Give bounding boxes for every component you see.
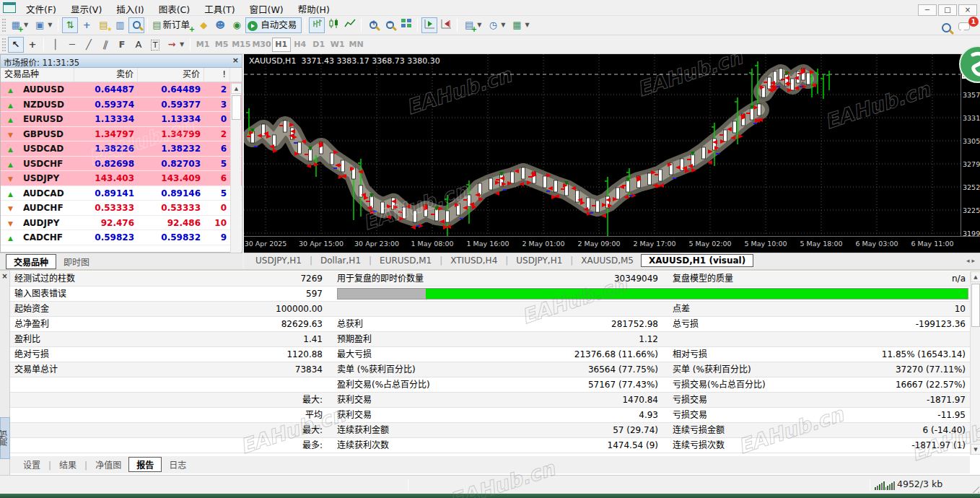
chart-bars-button[interactable] [309, 17, 325, 33]
autoscroll-button[interactable] [421, 17, 437, 33]
tester-tab-4[interactable]: 报告 [128, 457, 162, 472]
horizontal-line-button[interactable]: ─ [64, 37, 80, 53]
autotrade-button[interactable]: 自动交易 [245, 17, 302, 33]
indicators-button[interactable]: ▤+ [461, 17, 477, 33]
toolbar-grip[interactable] [2, 19, 6, 32]
notification-icon[interactable]: 1 [958, 19, 977, 32]
dropdown-arrow-icon[interactable]: ▼ [501, 17, 505, 33]
profiles-button[interactable]: ▣ [32, 17, 48, 33]
periods-button[interactable]: ◷ [485, 17, 501, 33]
tab-scroll-arrows[interactable]: ◂▸ [966, 257, 977, 264]
chart-tab-5[interactable]: USDJPY,H1 [509, 254, 569, 267]
chart-window[interactable]: XAUUSD,H1 3371.43 3383.17 3368.73 3380.3… [244, 54, 980, 253]
tester-tab-3[interactable]: 净值图 [88, 457, 128, 472]
cursor-button[interactable]: ↖ [8, 37, 24, 53]
timeframe-w1[interactable]: W1 [328, 38, 347, 52]
fibonacci-button[interactable]: F [114, 37, 130, 53]
chart-tab-2[interactable]: Dollar,H1 [313, 254, 368, 267]
zoom-in-button[interactable]: + [365, 17, 381, 33]
mw-row-gbpusd[interactable]: ▼GBPUSD1.347971.347992 [1, 127, 242, 142]
timeframe-m5[interactable]: M5 [212, 38, 231, 52]
mw-row-usdcad[interactable]: ▲USDCAD1.382261.382326 [1, 141, 242, 157]
search-icon[interactable] [942, 20, 951, 35]
mw-row-cadchf[interactable]: ▲CADCHF0.598230.598329 [1, 230, 242, 245]
market-watch-toggle-button[interactable]: ⇅ [62, 17, 78, 33]
community-button[interactable]: ☻ [212, 17, 228, 33]
mw-row-eurusd[interactable]: ▲EURUSD1.133341.133340 [1, 112, 242, 127]
mw-col-0[interactable]: 交易品种 [1, 68, 74, 82]
equidistant-channel-button[interactable]: ∥ [97, 37, 113, 53]
mw-row-audchf[interactable]: ▼AUDCHF0.533330.533330 [1, 201, 242, 216]
tile-windows-button[interactable] [398, 17, 414, 33]
restore-button[interactable]: □ [938, 4, 957, 16]
vertical-line-button[interactable]: │ [48, 37, 64, 53]
chart-line-button[interactable] [342, 17, 358, 33]
dropdown-arrow-icon[interactable]: ▼ [48, 17, 52, 33]
tester-scrollbar[interactable]: ▲ ▼ [970, 271, 980, 455]
timeframe-mn[interactable]: MN [347, 38, 366, 52]
timeframe-h4[interactable]: H4 [291, 38, 310, 52]
dropdown-arrow-icon[interactable]: ▼ [24, 17, 28, 33]
tester-tab-2[interactable]: 结果 [52, 457, 84, 472]
zoom-out-button[interactable]: − [382, 17, 398, 33]
toolbar-grip[interactable] [2, 38, 6, 51]
mw-row-usdjpy[interactable]: ▼USDJPY143.403143.4096 [1, 171, 242, 186]
mw-symbol: ▼GBPUSD [1, 127, 74, 142]
tester-tab-5[interactable]: 日志 [162, 457, 193, 472]
chart-tab-3[interactable]: EURUSD,M1 [372, 254, 439, 267]
trendline-button[interactable]: ╱ [81, 37, 97, 53]
timeframe-h1[interactable]: H1 [272, 38, 291, 52]
text-label-button[interactable]: T [147, 37, 163, 53]
metaeditor-button[interactable]: ◆ [196, 17, 211, 33]
mw-row-nzdusd[interactable]: ▲NZDUSD0.593740.593773 [1, 97, 242, 113]
chart-tab-4[interactable]: XTIUSD,H4 [443, 254, 504, 267]
dropdown-arrow-icon[interactable]: ▼ [180, 37, 184, 53]
tester-button[interactable] [128, 17, 144, 33]
chart-candles-button[interactable] [325, 17, 341, 33]
chart-tab-7[interactable]: XAUUSD,H1 (visual) [641, 254, 753, 267]
mw-row-usdchf[interactable]: ▲USDCHF0.826980.827035 [1, 157, 242, 172]
mw-tab-2[interactable]: 即时图 [56, 254, 97, 269]
dropdown-arrow-icon[interactable]: ▼ [477, 17, 481, 33]
timeframe-m15[interactable]: M15 [231, 38, 251, 52]
navigator-button[interactable]: ▤★ [95, 17, 111, 33]
chart-shift-button[interactable] [438, 17, 454, 33]
chart-tab-1[interactable]: USDJPY,H1 [248, 254, 309, 267]
close-icon[interactable]: × [232, 56, 239, 65]
text-button[interactable]: A [131, 37, 146, 53]
mw-row-audjpy[interactable]: ▼AUDJPY92.47692.48610 [1, 216, 242, 231]
data-window-button[interactable]: + [79, 17, 95, 33]
mw-tab-1[interactable]: 交易品种 [6, 254, 56, 269]
minimize-button[interactable]: − [918, 4, 937, 16]
scroll-up-icon[interactable]: ▲ [971, 271, 980, 282]
scroll-up-icon[interactable]: ▲ [231, 83, 242, 94]
timeframe-d1[interactable]: D1 [310, 38, 328, 52]
timeframe-m30[interactable]: M30 [251, 38, 271, 52]
resize-grip[interactable] [970, 484, 979, 493]
report-row-2: 输入图表错误597 [10, 287, 970, 302]
new-chart-button[interactable]: ▦+ [8, 17, 24, 33]
tester-tab-1[interactable]: 设置 [16, 457, 48, 472]
arrows-button[interactable]: ⇝ [164, 37, 180, 53]
price-chart[interactable] [244, 54, 961, 236]
scroll-thumb[interactable] [971, 284, 980, 327]
scroll-down-icon[interactable]: ▼ [971, 444, 980, 455]
community-logo-icon[interactable] [957, 44, 980, 87]
tester-vertical-tab[interactable]: 测试 [0, 417, 10, 459]
mw-row-audcad[interactable]: ▲AUDCAD0.891410.891465 [1, 186, 242, 201]
signal-button[interactable]: ◉ [229, 17, 245, 33]
terminal-button[interactable]: ▥ [112, 17, 128, 33]
tester-close-icon[interactable]: × [0, 272, 9, 280]
templates-button[interactable]: ▦ [509, 17, 525, 33]
mw-col-2[interactable]: 买价 [138, 68, 204, 82]
crosshair-button[interactable]: + [25, 37, 40, 53]
close-button[interactable]: × [958, 4, 977, 16]
mw-col-3[interactable]: ! [204, 68, 230, 82]
chart-tab-6[interactable]: XAUUSD,M5 [574, 254, 641, 267]
dropdown-arrow-icon[interactable]: ▼ [525, 17, 529, 33]
new-order-button[interactable]: ▤+新订单 [152, 17, 195, 33]
scroll-thumb[interactable] [232, 95, 241, 120]
mw-row-audusd[interactable]: ▲AUDUSD0.644870.644892 [1, 82, 242, 97]
mw-col-1[interactable]: 卖价 [74, 68, 138, 82]
timeframe-m1[interactable]: M1 [193, 38, 212, 52]
